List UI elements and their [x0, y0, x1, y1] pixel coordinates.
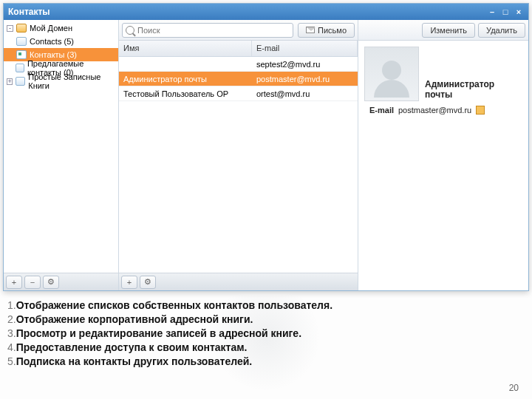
table-body: septest2@mvd.ru Администратор почты post… — [119, 57, 358, 273]
sidebar-item-mydomain[interactable]: - Мой Домен — [4, 21, 118, 35]
search-field[interactable] — [122, 23, 293, 38]
folder-icon — [16, 37, 27, 46]
sidebar: - Мой Домен Contacts (5) Контакты (3) — [4, 20, 119, 290]
titlebar[interactable]: Контакты – □ × — [4, 4, 528, 20]
slide-notes: 1.Отображение списков собственных контак… — [7, 299, 525, 368]
mail-value: postmaster@mvd.ru — [398, 106, 471, 115]
cell-name: Тестовый Пользователь ОР — [119, 89, 252, 98]
table-row[interactable]: septest2@mvd.ru — [119, 57, 358, 72]
sidebar-toolbar: + − ⚙ — [4, 273, 118, 290]
folder-tree: - Мой Домен Contacts (5) Контакты (3) — [4, 20, 118, 273]
page-number: 20 — [509, 383, 519, 393]
list-bottom-toolbar: + ⚙ — [119, 273, 358, 290]
cell-mail: septest2@mvd.ru — [252, 60, 358, 69]
sidebar-item-notebooks[interactable]: + Простые Записные Книги — [4, 75, 118, 88]
table-header: Имя E-mail — [119, 41, 358, 57]
close-icon[interactable]: × — [514, 7, 524, 17]
col-name-header[interactable]: Имя — [119, 41, 252, 56]
compose-label: Письмо — [318, 26, 347, 35]
detail-mail-row: E-mail postmaster@mvd.ru — [364, 106, 522, 115]
sidebar-item-label: Contacts (5) — [30, 37, 74, 46]
folder-icon — [16, 64, 24, 72]
folder-settings-button[interactable]: ⚙ — [43, 276, 59, 289]
compose-button[interactable]: Письмо — [298, 23, 355, 38]
minimize-icon[interactable]: – — [487, 7, 497, 17]
window-title: Контакты — [8, 7, 484, 17]
search-icon — [126, 26, 134, 35]
list-toolbar: Письмо — [119, 20, 358, 41]
card-icon — [16, 50, 27, 59]
edit-button[interactable]: Изменить — [422, 23, 475, 38]
cell-name: Администратор почты — [119, 75, 252, 83]
add-folder-button[interactable]: + — [6, 276, 22, 289]
expander-icon[interactable]: + — [7, 78, 13, 85]
delete-button[interactable]: Удалить — [478, 23, 525, 38]
note-icon[interactable] — [476, 106, 485, 115]
sidebar-item-contacts[interactable]: Contacts (5) — [4, 35, 118, 48]
mail-label: E-mail — [364, 106, 394, 115]
window-body: - Мой Домен Contacts (5) Контакты (3) — [4, 20, 528, 290]
envelope-icon — [306, 27, 315, 33]
avatar — [364, 47, 419, 101]
cell-mail: ortest@mvd.ru — [252, 89, 358, 98]
contacts-window: Контакты – □ × - Мой Домен Contacts (5) — [3, 3, 529, 291]
contact-settings-button[interactable]: ⚙ — [140, 276, 156, 289]
sidebar-item-label: Простые Записные Книги — [28, 72, 115, 90]
maximize-icon[interactable]: □ — [500, 7, 511, 17]
table-row[interactable]: Тестовый Пользователь ОР ortest@mvd.ru — [119, 86, 358, 101]
detail-toolbar: Изменить Удалить — [358, 20, 528, 41]
folder-icon — [16, 77, 25, 86]
sidebar-item-label: Мой Домен — [30, 24, 72, 33]
add-contact-button[interactable]: + — [121, 276, 137, 289]
expander-icon[interactable]: - — [7, 25, 13, 32]
detail-body: Администратор почты E-mail postmaster@mv… — [358, 41, 528, 290]
sidebar-item-label: Контакты (3) — [30, 50, 77, 59]
domain-icon — [16, 24, 27, 33]
detail-panel: Изменить Удалить Администратор почты E-m… — [358, 20, 528, 290]
contact-list-panel: Письмо Имя E-mail septest2@mvd.ru Админи… — [119, 20, 358, 290]
remove-folder-button[interactable]: − — [24, 276, 41, 289]
search-input[interactable] — [137, 26, 290, 35]
table-row[interactable]: Администратор почты postmaster@mvd.ru — [119, 72, 358, 86]
col-mail-header[interactable]: E-mail — [252, 41, 358, 56]
cell-mail: postmaster@mvd.ru — [252, 75, 358, 83]
